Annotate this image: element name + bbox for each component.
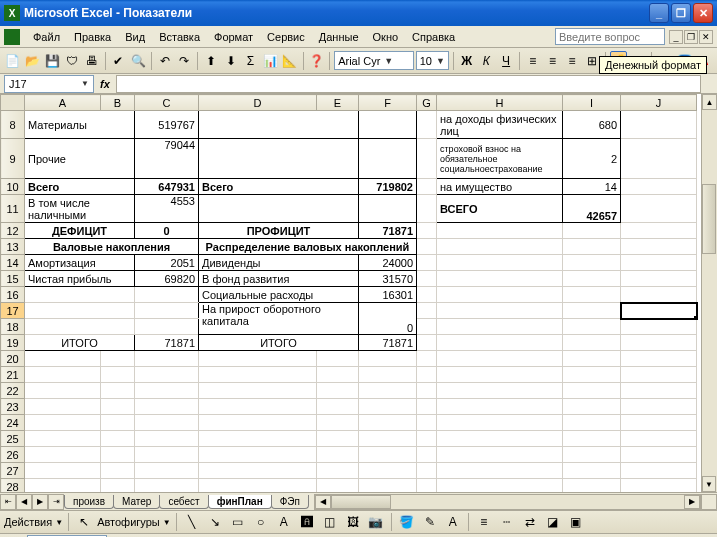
cell[interactable]: Валовые накопления [25,239,199,255]
picture-icon[interactable]: 📷 [366,512,386,532]
cell[interactable] [25,303,135,319]
cell[interactable] [437,319,563,335]
cell[interactable] [135,319,199,335]
rectangle-icon[interactable]: ▭ [228,512,248,532]
oval-icon[interactable]: ○ [251,512,271,532]
line-style-icon[interactable]: ≡ [474,512,494,532]
cell[interactable] [417,271,437,287]
cell[interactable] [437,239,563,255]
name-box[interactable]: J17▼ [4,75,94,93]
cell[interactable] [563,319,621,335]
select-arrow-icon[interactable]: ↖ [74,512,94,532]
cell[interactable] [417,179,437,195]
menu-format[interactable]: Формат [207,29,260,45]
cell[interactable] [563,223,621,239]
cell[interactable] [417,111,437,139]
cell[interactable] [563,287,621,303]
menu-data[interactable]: Данные [312,29,366,45]
hscroll-thumb[interactable] [331,495,391,509]
cell[interactable] [199,111,359,139]
align-center-icon[interactable]: ≡ [544,51,562,71]
spell-icon[interactable]: ✔ [109,51,127,71]
row-28[interactable]: 28 [1,479,25,493]
print-icon[interactable]: 🖶 [83,51,101,71]
maximize-button[interactable]: ❐ [671,3,691,23]
horizontal-scrollbar[interactable]: ◀ ▶ [314,494,701,510]
col-C[interactable]: C [135,95,199,111]
tab-prev-icon[interactable]: ◀ [16,494,32,510]
menu-help[interactable]: Справка [405,29,462,45]
autoshapes-menu[interactable]: Автофигуры [97,516,160,528]
3d-icon[interactable]: ▣ [566,512,586,532]
cell[interactable] [563,255,621,271]
cell-J17-selected[interactable] [621,303,697,319]
arrow-icon[interactable]: ↘ [205,512,225,532]
menu-insert[interactable]: Вставка [152,29,207,45]
cell[interactable] [621,239,697,255]
cell[interactable]: 16301 [359,287,417,303]
cell[interactable]: 31570 [359,271,417,287]
row-10[interactable]: 10 [1,179,25,195]
cell[interactable]: Материалы [25,111,135,139]
bold-icon[interactable]: Ж [458,51,476,71]
redo-icon[interactable]: ↷ [176,51,194,71]
cell[interactable] [621,271,697,287]
select-all[interactable] [1,95,25,111]
formula-input[interactable] [116,75,701,93]
col-H[interactable]: H [437,95,563,111]
cell[interactable]: Амортизация [25,255,135,271]
cell[interactable] [417,239,437,255]
menu-window[interactable]: Окно [366,29,406,45]
cell[interactable]: 0 [359,303,417,335]
open-icon[interactable]: 📂 [24,51,42,71]
cell[interactable] [621,255,697,271]
col-E[interactable]: E [317,95,359,111]
cell[interactable] [621,319,697,335]
merge-icon[interactable]: ⊞ [583,51,601,71]
scroll-up-icon[interactable]: ▲ [702,94,717,110]
align-left-icon[interactable]: ≡ [524,51,542,71]
row-19[interactable]: 19 [1,335,25,351]
tab-last-icon[interactable]: ⇥ [48,494,64,510]
cell[interactable] [437,271,563,287]
col-I[interactable]: I [563,95,621,111]
cell[interactable]: 69820 [135,271,199,287]
cell[interactable]: ВСЕГО [437,195,563,223]
tab-first-icon[interactable]: ⇤ [0,494,16,510]
menu-file[interactable]: Файл [26,29,67,45]
cell[interactable]: 42657 [563,195,621,223]
help-search[interactable] [555,28,665,45]
cell[interactable]: 680 [563,111,621,139]
cell[interactable]: Прочие [25,139,135,179]
cell[interactable] [417,255,437,271]
cell[interactable] [25,319,135,335]
row-22[interactable]: 22 [1,383,25,399]
tab-fep[interactable]: ФЭп [271,495,309,509]
shadow-icon[interactable]: ◪ [543,512,563,532]
row-24[interactable]: 24 [1,415,25,431]
cell[interactable]: 4553 [135,195,199,223]
row-15[interactable]: 15 [1,271,25,287]
cell[interactable]: 71871 [135,335,199,351]
cell[interactable] [621,335,697,351]
minimize-button[interactable]: _ [649,3,669,23]
undo-icon[interactable]: ↶ [156,51,174,71]
cell[interactable] [621,139,697,179]
cell[interactable] [199,139,359,179]
save-icon[interactable]: 💾 [43,51,61,71]
col-A[interactable]: A [25,95,101,111]
cell[interactable]: 24000 [359,255,417,271]
col-B[interactable]: B [101,95,135,111]
font-color-icon[interactable]: A [443,512,463,532]
cell[interactable]: строховой взнос на обязательное социальн… [437,139,563,179]
cell[interactable] [563,271,621,287]
mdi-restore[interactable]: ❐ [684,30,698,44]
cell[interactable]: 647931 [135,179,199,195]
tab-finplan[interactable]: финПлан [208,495,272,509]
cell[interactable]: Распределение валовых накоплений [199,239,417,255]
row-21[interactable]: 21 [1,367,25,383]
mdi-minimize[interactable]: _ [669,30,683,44]
row-8[interactable]: 8 [1,111,25,139]
cell[interactable] [563,239,621,255]
vscroll-thumb[interactable] [702,184,716,254]
